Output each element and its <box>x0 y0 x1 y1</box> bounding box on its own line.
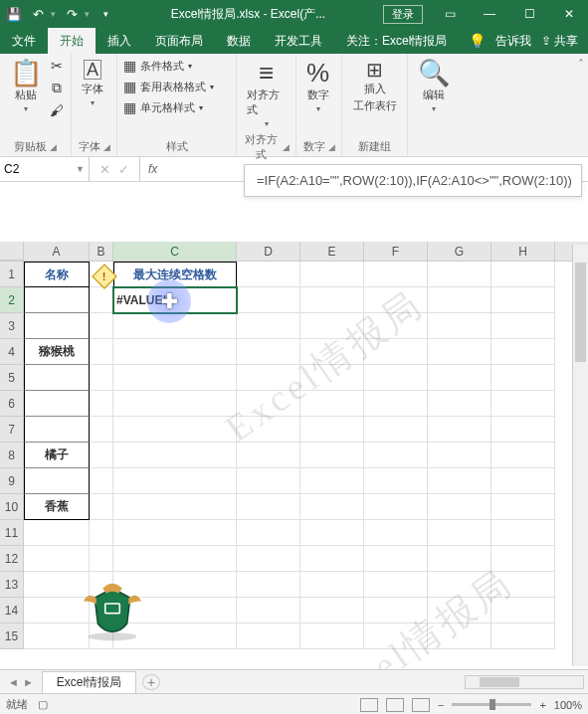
undo-icon[interactable]: ↶ <box>30 6 46 22</box>
page-layout-view-icon[interactable] <box>386 698 404 712</box>
sheet-nav-next-icon[interactable]: ► <box>23 676 34 688</box>
cell-G10[interactable] <box>428 494 491 520</box>
cell-C4[interactable] <box>113 339 237 365</box>
zoom-level[interactable]: 100% <box>554 699 582 711</box>
maximize-icon[interactable]: ☐ <box>510 0 548 28</box>
cell-C12[interactable] <box>113 546 237 572</box>
cell-G6[interactable] <box>428 391 491 417</box>
close-icon[interactable]: ✕ <box>550 0 588 28</box>
dialog-launcher-icon[interactable]: ◢ <box>283 142 290 152</box>
cell-F1[interactable] <box>364 262 428 287</box>
cell-E1[interactable] <box>300 262 364 287</box>
cell-B3[interactable] <box>90 313 113 339</box>
cut-icon[interactable]: ✂ <box>51 58 63 74</box>
cell-A2[interactable] <box>24 287 90 313</box>
cell-B9[interactable] <box>90 468 113 494</box>
normal-view-icon[interactable] <box>360 698 378 712</box>
cell-F10[interactable] <box>364 494 428 520</box>
cell-G11[interactable] <box>428 520 491 546</box>
share-button[interactable]: ⇪ 共享 <box>541 33 578 50</box>
lightbulb-icon[interactable]: 💡 <box>469 33 486 49</box>
cell-C10[interactable] <box>113 494 237 520</box>
zoom-in-icon[interactable]: + <box>539 699 545 711</box>
cell-D12[interactable] <box>237 546 300 572</box>
col-header[interactable]: A <box>24 242 90 261</box>
dialog-launcher-icon[interactable]: ◢ <box>328 142 335 152</box>
cell-A12[interactable] <box>24 546 90 572</box>
cell-H5[interactable] <box>491 365 555 391</box>
vertical-scrollbar[interactable] <box>572 245 588 666</box>
cell-A11[interactable] <box>24 520 90 546</box>
collapse-ribbon-icon[interactable]: ˄ <box>574 54 588 156</box>
cell-H10[interactable] <box>491 494 555 520</box>
cell-C7[interactable] <box>113 417 237 443</box>
tab-layout[interactable]: 页面布局 <box>143 28 215 54</box>
cell-H14[interactable] <box>491 598 555 624</box>
cancel-formula-icon[interactable]: ✕ <box>99 162 110 177</box>
row-header[interactable]: 8 <box>0 443 24 468</box>
cell-F11[interactable] <box>364 520 428 546</box>
cell-H13[interactable] <box>491 572 555 598</box>
row-header[interactable]: 14 <box>0 598 24 624</box>
cell-E7[interactable] <box>300 417 364 443</box>
save-icon[interactable]: 💾 <box>6 6 22 22</box>
tab-home[interactable]: 开始 <box>48 28 96 54</box>
table-format-button[interactable]: ▦套用表格格式 ▾ <box>123 79 214 94</box>
cell-A9[interactable] <box>24 468 90 494</box>
cell-F7[interactable] <box>364 417 428 443</box>
cell-G5[interactable] <box>428 365 491 391</box>
format-painter-icon[interactable]: 🖌 <box>50 102 64 118</box>
cell-E5[interactable] <box>300 365 364 391</box>
cell-C11[interactable] <box>113 520 237 546</box>
cell-D7[interactable] <box>237 417 300 443</box>
cell-B6[interactable] <box>90 391 113 417</box>
cell-G12[interactable] <box>428 546 491 572</box>
cell-D8[interactable] <box>237 443 300 468</box>
row-header[interactable]: 3 <box>0 313 24 339</box>
cell-A5[interactable] <box>24 365 90 391</box>
cell-H12[interactable] <box>491 546 555 572</box>
cell-H9[interactable] <box>491 468 555 494</box>
cell-E13[interactable] <box>300 572 364 598</box>
cell-H11[interactable] <box>491 520 555 546</box>
cell-D11[interactable] <box>237 520 300 546</box>
page-break-view-icon[interactable] <box>412 698 430 712</box>
cell-D6[interactable] <box>237 391 300 417</box>
edit-button[interactable]: 🔍 编辑 ▾ <box>414 58 454 115</box>
paste-button[interactable]: 📋 粘贴 ▾ <box>6 58 46 115</box>
cell-F15[interactable] <box>364 624 428 649</box>
tellme-label[interactable]: 告诉我 <box>495 33 531 50</box>
cell-D13[interactable] <box>237 572 300 598</box>
cell-E8[interactable] <box>300 443 364 468</box>
cell-H3[interactable] <box>491 313 555 339</box>
font-button[interactable]: A 字体 ▾ <box>78 58 107 109</box>
col-header[interactable]: C <box>113 242 237 261</box>
cell-G3[interactable] <box>428 313 491 339</box>
cell-H4[interactable] <box>491 339 555 365</box>
cell-B11[interactable] <box>90 520 113 546</box>
col-header[interactable]: B <box>90 242 113 261</box>
cell-A10[interactable]: 香蕉 <box>24 494 90 520</box>
cell-E9[interactable] <box>300 468 364 494</box>
row-header[interactable]: 4 <box>0 339 24 365</box>
row-header[interactable]: 11 <box>0 520 24 546</box>
cell-F5[interactable] <box>364 365 428 391</box>
fx-icon[interactable]: fx <box>140 157 165 181</box>
cell-B2[interactable] <box>90 287 113 313</box>
cell-A8[interactable]: 橘子 <box>24 443 90 468</box>
cell-D5[interactable] <box>237 365 300 391</box>
horizontal-scrollbar[interactable] <box>465 675 584 689</box>
cell-B8[interactable] <box>90 443 113 468</box>
cell-A6[interactable] <box>24 391 90 417</box>
conditional-format-button[interactable]: ▦条件格式 ▾ <box>123 58 192 74</box>
row-header[interactable]: 1 <box>0 262 24 287</box>
cell-E14[interactable] <box>300 598 364 624</box>
cell-F8[interactable] <box>364 443 428 468</box>
cell-D3[interactable] <box>237 313 300 339</box>
tab-file[interactable]: 文件 <box>0 28 48 54</box>
cell-H6[interactable] <box>491 391 555 417</box>
qat-more-icon[interactable]: ▾ <box>98 6 113 22</box>
zoom-slider[interactable] <box>452 703 531 706</box>
macro-record-icon[interactable]: ▢ <box>38 698 48 711</box>
cell-C9[interactable] <box>113 468 237 494</box>
